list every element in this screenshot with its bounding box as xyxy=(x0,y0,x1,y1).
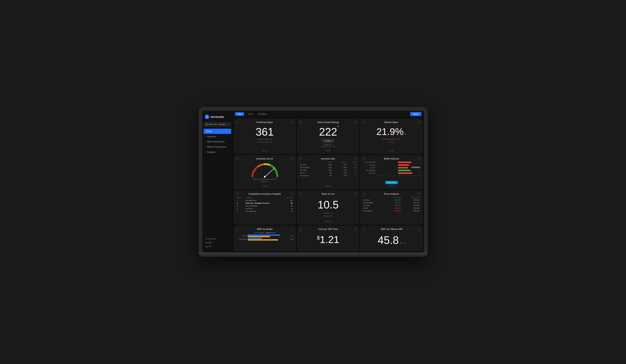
info-icon-predicted-sales[interactable]: i xyxy=(236,121,238,123)
gauge-container: 0 20 40 60 80 100 Demo Kia - Managed Ser xyxy=(236,161,294,182)
info-icon-model-velocity[interactable]: i xyxy=(363,157,365,160)
dashboard-grid: i Predicted Sales i 361 Previous Month: … xyxy=(233,117,424,252)
info-icon-days-on-lot[interactable]: i xyxy=(299,193,302,195)
info-icon-sales-funnel-right[interactable]: i xyxy=(354,121,357,123)
card-header-vdp-by-model: i VDPs by Model i xyxy=(236,228,294,230)
info-icon-inventory-mix-right[interactable]: i xyxy=(354,157,357,160)
sidebar-item-analytics[interactable]: Analytics xyxy=(202,149,233,155)
vdp-bar-current xyxy=(248,238,262,239)
price-my-avg: $26,176 xyxy=(385,201,401,204)
ci-avg: 90 xyxy=(282,202,294,205)
sidebar-manage[interactable]: Manage xyxy=(205,241,230,245)
price-model: Kia Sportage xyxy=(363,201,385,204)
funnel-dropdown[interactable]: Sales ▾ xyxy=(322,139,334,143)
info-icon-vdp-by-model-right[interactable]: i xyxy=(291,228,294,230)
info-icon-cost-per-vdp-right[interactable]: i xyxy=(354,228,357,230)
ci-col-dealer: DEALER xyxy=(245,196,282,199)
card-header-predicted-sales: i Predicted Sales i xyxy=(236,121,294,123)
info-icon-model-velocity-right[interactable]: i xyxy=(418,157,420,160)
sidebar-item-store-performance[interactable]: Store Performance xyxy=(202,139,233,144)
info-icon-competitive-inventory[interactable]: i xyxy=(236,193,238,195)
inv-mix-ideal: 17% xyxy=(332,172,348,174)
card-header-model-velocity: i Model Velocity i xyxy=(363,157,420,160)
vdp-per-moved-trend: ▼ xyxy=(400,242,402,244)
inv-mix-ideal: 11% xyxy=(332,169,348,172)
inv-mix-gap: -3 xyxy=(348,169,357,172)
inventory-mix-title: Inventory Mix xyxy=(302,158,354,160)
ci-col-avg: AVG INV xyxy=(282,196,294,199)
sidebar-ai-discovery[interactable]: AI Discovery xyxy=(205,237,230,241)
table-row: 5 Linn Valley Kia 57 xyxy=(236,210,294,213)
market-share-title: Market Share xyxy=(365,121,418,123)
tab-used[interactable]: Used xyxy=(245,112,255,116)
info-icon-market-share-right[interactable]: i xyxy=(418,121,420,123)
model-velocity-explore[interactable]: Explore xyxy=(363,184,420,187)
inventory-score-explore[interactable]: Explore xyxy=(236,184,294,187)
velocity-bar xyxy=(398,162,411,163)
show-more-button[interactable]: Show More xyxy=(385,181,398,184)
top-nav: New Used All Makes Apply xyxy=(233,111,424,117)
velocity-row: Kia Sportage xyxy=(363,169,420,171)
card-cost-per-vdp: i Cost per VDP View i $1.21 xyxy=(297,226,359,251)
info-icon-days-on-lot-right[interactable]: i xyxy=(354,193,357,195)
price-mkt-avg: $28,484 xyxy=(401,207,420,210)
info-icon-competitive-inventory-right[interactable]: i xyxy=(291,193,294,195)
info-icon-sales-funnel[interactable]: i xyxy=(299,121,302,123)
ci-dealer: Vanceburg Kia xyxy=(245,199,282,202)
vdp-value-current: 3,198 xyxy=(290,235,294,237)
info-icon-inventory-mix[interactable]: i xyxy=(299,157,302,160)
inventory-mix-explore[interactable]: Explore xyxy=(299,184,357,187)
info-icon-inventory-score[interactable]: i xyxy=(236,157,238,160)
logo-icon: Z xyxy=(205,114,209,119)
inv-mix-min: 39% xyxy=(321,163,332,166)
info-icon-vdp-by-model[interactable]: i xyxy=(236,228,238,230)
dealer-select[interactable]: Demo Kia - Managed Se... ▾ xyxy=(204,122,231,127)
market-share-movement: Market Movement: -12% Kia: 5% xyxy=(363,138,420,144)
card-model-velocity: i Model Velocity i Overall Market xyxy=(360,155,423,189)
velocity-bar-area xyxy=(376,161,420,163)
inv-mix-model: Kia Carnival xyxy=(299,174,321,177)
info-icon-price-analysis[interactable]: i xyxy=(363,193,365,195)
price-mkt-avg: $18,929 xyxy=(401,204,420,207)
sidebar-bottom: AI Discovery Manage Log off xyxy=(202,235,233,250)
table-row: 1 Vanceburg Kia 140 xyxy=(236,199,294,202)
predicted-sales-value: 361 xyxy=(236,126,294,137)
info-icon-vdp-per-moved-right[interactable]: i xyxy=(418,228,420,230)
svg-text:100: 100 xyxy=(272,166,274,167)
velocity-label: Kia Sportage xyxy=(363,170,375,171)
gauge-label2: Market: 89 xyxy=(261,181,268,182)
info-icon-vdp-per-moved[interactable]: i xyxy=(363,228,365,230)
days-on-lot-explore[interactable]: Explore xyxy=(299,219,357,222)
card-header-inventory-mix: i Inventory Mix i xyxy=(299,157,357,160)
info-icon-market-share[interactable]: i xyxy=(363,121,365,123)
sales-funnel-explore[interactable]: Explore xyxy=(299,149,357,152)
table-row: Kia Sportage $26,176 $27,161 xyxy=(363,201,420,204)
info-icon-predicted-sales-right[interactable]: i xyxy=(291,121,294,123)
tab-all-makes[interactable]: All Makes xyxy=(256,112,269,116)
sidebar-item-home[interactable]: Home xyxy=(203,129,231,134)
card-price-analysis: i Price Analysis i MY AVG $ MKT AVG $ xyxy=(360,190,423,224)
info-icon-cost-per-vdp[interactable]: i xyxy=(299,228,302,230)
inv-mix-gap: -14 xyxy=(348,166,357,169)
table-row: Kia Carnival 3% 4% 1 xyxy=(299,174,357,177)
predicted-sales-explore[interactable]: Explore xyxy=(236,149,294,152)
price-my-avg: $28,402 xyxy=(385,207,401,210)
sidebar-log-off[interactable]: Log off xyxy=(205,245,230,248)
cost-per-vdp-dollar: $ xyxy=(317,235,320,241)
tab-new[interactable]: New xyxy=(235,112,244,116)
cost-per-vdp-value: $1.21 xyxy=(299,234,357,245)
vdp-label: Kia Stinger xyxy=(236,238,247,240)
table-row: Kia Soul 39% 17% -30 xyxy=(299,163,357,166)
info-icon-inventory-score-right[interactable]: i xyxy=(291,157,294,160)
market-share-explore[interactable]: Explore xyxy=(363,149,420,152)
inv-mix-min: 13% xyxy=(321,169,332,172)
funnel-number-wrap: 222 xyxy=(319,125,337,138)
apply-button[interactable]: Apply xyxy=(410,112,421,116)
sidebar-item-market-performance[interactable]: Market Performance xyxy=(202,144,233,149)
sidebar-item-inventory[interactable]: Inventory xyxy=(202,134,233,139)
price-model: Kia K5 xyxy=(363,207,385,210)
info-icon-price-analysis-right[interactable]: i xyxy=(418,193,420,195)
velocity-bar xyxy=(398,164,409,166)
funnel-predicted: Predicted: 361 -8% xyxy=(321,145,336,147)
inventory-score-title: Inventory Score xyxy=(238,158,291,160)
